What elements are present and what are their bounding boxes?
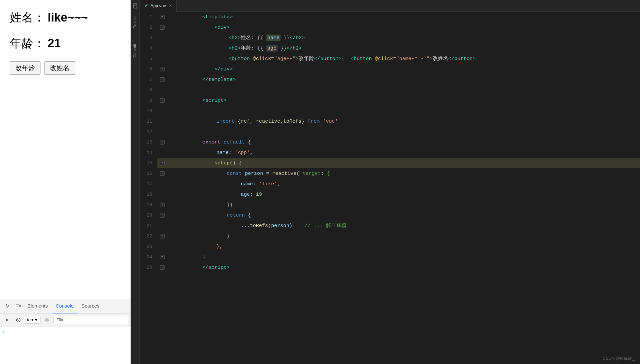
editor-tab-bar: ✔ App.vue ✕ xyxy=(140,0,640,12)
clear-console-icon[interactable] xyxy=(14,315,23,325)
name-label: 姓名： xyxy=(10,11,45,24)
top-label: top xyxy=(27,317,33,322)
filter-input[interactable] xyxy=(54,316,128,324)
name-value: like~~~ xyxy=(48,11,88,24)
sidebar-tab-project[interactable]: Project xyxy=(131,12,139,33)
console-tab-label: Console xyxy=(56,303,74,309)
tab-sources[interactable]: Sources xyxy=(78,299,104,313)
fold-16[interactable]: − xyxy=(160,171,165,176)
svg-rect-1 xyxy=(19,305,21,307)
code-line-9: − <script> xyxy=(157,95,640,106)
fold-1[interactable]: − xyxy=(160,15,165,19)
code-line-7: − </template> xyxy=(157,74,640,85)
code-line-1: − <template> xyxy=(157,12,640,22)
eye-icon[interactable] xyxy=(42,315,52,325)
age-label: 年龄： xyxy=(10,37,45,50)
code-line-25: − </script> xyxy=(157,262,640,273)
project-tab-label: Project xyxy=(133,16,137,28)
fold-6[interactable]: − xyxy=(160,67,165,71)
tab-elements[interactable]: Elements xyxy=(24,299,52,313)
svg-line-4 xyxy=(17,319,19,321)
svg-point-6 xyxy=(46,319,48,321)
console-content: › xyxy=(0,326,131,364)
browser-preview-panel: 姓名：like~~~ 年龄：21 改年龄 改姓名 xyxy=(0,0,131,364)
dropdown-arrow: ▼ xyxy=(34,317,38,322)
close-tab-icon[interactable]: ✕ xyxy=(169,4,172,8)
context-dropdown[interactable]: top ▼ xyxy=(25,316,40,324)
change-name-button[interactable]: 改姓名 xyxy=(44,61,75,75)
fold-13[interactable]: − xyxy=(160,140,165,144)
code-line-21: ...toRefs(person) // ... 解压赋值 xyxy=(157,220,640,231)
tab-filename: App.vue xyxy=(151,3,166,8)
fold-2[interactable]: − xyxy=(160,25,165,30)
change-age-button[interactable]: 改年龄 xyxy=(10,61,40,75)
file-icon[interactable] xyxy=(131,1,140,10)
button-row: 改年龄 改姓名 xyxy=(10,61,121,75)
fold-25[interactable]: − xyxy=(160,265,165,270)
fold-7[interactable]: − xyxy=(160,77,165,82)
code-line-24: − } xyxy=(157,252,640,262)
fold-24[interactable]: − xyxy=(160,255,165,259)
code-container[interactable]: 12345 678910 1112131415 1617181920 21222… xyxy=(140,12,640,364)
code-editor-area: ✔ App.vue ✕ 12345 678910 1112131415 1617… xyxy=(140,0,640,364)
commit-tab-label: Commit xyxy=(133,44,137,57)
elements-tab-label: Elements xyxy=(27,303,48,309)
age-value: 21 xyxy=(48,37,61,50)
sidebar-tab-commit[interactable]: Commit xyxy=(131,39,139,62)
fold-15[interactable]: − xyxy=(160,161,165,165)
console-prompt: › xyxy=(3,328,4,334)
tab-console[interactable]: Console xyxy=(52,299,78,313)
fold-22[interactable]: − xyxy=(160,234,165,238)
code-line-11: import {ref, reactive,toRefs} from 'vue' xyxy=(157,116,640,127)
devtools-tab-bar: Elements Console Sources xyxy=(0,299,131,313)
code-line-22: − } xyxy=(157,231,640,241)
preview-age-text: 年龄：21 xyxy=(10,36,121,52)
code-line-8 xyxy=(157,85,640,95)
vue-icon: ✔ xyxy=(144,3,148,8)
app-vue-tab[interactable]: ✔ App.vue ✕ xyxy=(140,0,177,12)
devtools-bar: Elements Console Sources to xyxy=(0,299,131,364)
editor-sidebar: Project Commit xyxy=(131,0,140,364)
preview-name-text: 姓名：like~~~ xyxy=(10,10,121,26)
fold-9[interactable]: − xyxy=(160,98,165,103)
svg-rect-0 xyxy=(16,305,19,307)
fold-19[interactable]: − xyxy=(160,203,165,207)
preview-area: 姓名：like~~~ 年龄：21 改年龄 改姓名 xyxy=(0,0,131,299)
select-element-icon[interactable] xyxy=(3,301,13,311)
code-lines: − <template> − <div> xyxy=(157,12,640,364)
editor-wrapper: 12345 678910 1112131415 1617181920 21222… xyxy=(140,12,640,364)
run-script-icon[interactable] xyxy=(3,315,12,325)
device-toolbar-icon[interactable] xyxy=(13,301,24,311)
devtools-filter-row: top ▼ xyxy=(0,313,131,326)
fold-20[interactable]: − xyxy=(160,213,165,218)
code-line-23: }, xyxy=(157,241,640,252)
sources-tab-label: Sources xyxy=(82,303,100,309)
svg-marker-2 xyxy=(6,318,8,322)
line-numbers: 12345 678910 1112131415 1617181920 21222… xyxy=(140,12,157,364)
watermark: CSDN @MeiJin_ xyxy=(603,356,635,361)
